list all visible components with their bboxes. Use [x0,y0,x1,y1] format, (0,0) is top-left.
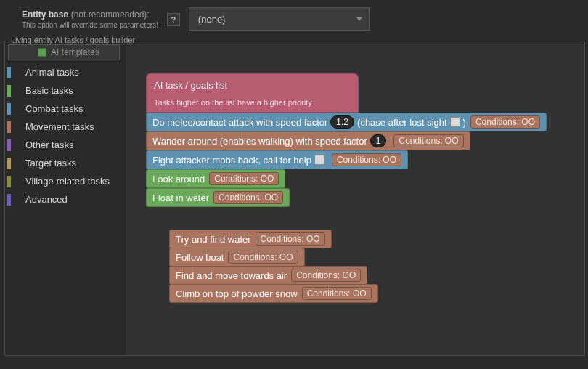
task-text: ) [463,117,466,128]
category-item[interactable]: Target tasks [5,154,123,172]
category-label: Combat tasks [25,103,83,114]
ai-templates-label: AI templates [51,47,99,57]
entity-base-sub: This option will override some parameter… [22,21,158,29]
task-block[interactable]: Climb on top of powder snowConditions: O… [169,284,378,303]
category-item[interactable]: Movement tasks [5,118,123,136]
task-block[interactable]: Try and find waterConditions: OO [169,230,332,248]
entity-base-section: Entity base (not recommended): This opti… [0,0,588,41]
category-item[interactable]: Advanced [5,190,123,208]
conditions-button[interactable]: Conditions: OO [228,251,298,264]
category-swatch [7,67,11,78]
ai-templates-button[interactable]: AI templates [8,44,120,60]
entity-base-note: (not recommended): [71,9,150,20]
task-block[interactable]: Fight attacker mobs back, call for helpC… [146,150,408,169]
checkbox[interactable] [450,117,460,127]
help-button[interactable]: ? [167,13,180,26]
task-text: (chase after lost sight [357,117,447,128]
checkbox[interactable] [314,155,324,165]
goals-header-title: AI task / goals list [154,80,351,91]
task-block[interactable]: Do melee/contact attack with speed facto… [146,113,547,131]
category-item[interactable]: Other tasks [5,136,123,154]
conditions-button[interactable]: Conditions: OO [209,172,279,185]
task-text: Find and move towards air [176,270,287,281]
category-swatch [7,194,11,206]
category-swatch [7,176,11,187]
speed-factor-input[interactable]: 1 [370,134,387,147]
entity-base-select-value: (none) [198,14,226,25]
task-block[interactable]: Find and move towards airConditions: OO [169,266,367,285]
conditions-button[interactable]: Conditions: OO [291,269,361,282]
conditions-button[interactable]: Conditions: OO [470,115,540,129]
task-block[interactable]: Float in waterConditions: OO [146,188,290,207]
speed-factor-input[interactable]: 1.2 [330,115,354,129]
task-text: Float in water [152,192,209,203]
task-block[interactable]: Wander around (enables walking) with spe… [146,131,470,150]
task-block[interactable]: Look aroundConditions: OO [146,169,285,188]
category-label: Target tasks [25,158,76,169]
category-label: Basic tasks [25,85,73,96]
task-text: Do melee/contact attack with speed facto… [152,117,327,128]
task-text: Climb on top of powder snow [176,288,298,299]
entity-base-select[interactable]: (none) [189,7,370,31]
conditions-button[interactable]: Conditions: OO [302,287,372,300]
chevron-down-icon [356,17,362,21]
category-swatch [7,139,11,151]
category-label: Village related tasks [25,176,110,187]
category-swatch [7,85,11,97]
category-item[interactable]: Village related tasks [5,172,123,190]
category-item[interactable]: Basic tasks [5,81,123,100]
category-label: Movement tasks [25,121,94,132]
goals-header-block[interactable]: AI task / goals list Tasks higher on the… [146,73,359,113]
builder-legend: Living entity AI tasks / goals builder [9,36,137,44]
category-label: Animal tasks [25,67,79,78]
goals-header-sub: Tasks higher on the list have a higher p… [154,98,351,107]
blocks-canvas[interactable]: AI task / goals list Tasks higher on the… [126,44,584,355]
task-text: Try and find water [176,234,251,245]
category-label: Other tasks [25,139,73,150]
conditions-button[interactable]: Conditions: OO [213,191,283,204]
templates-icon [38,48,46,57]
category-swatch [7,103,11,115]
category-label: Advanced [25,194,68,205]
task-text: Fight attacker mobs back, call for help [152,155,311,166]
conditions-button[interactable]: Conditions: OO [256,232,325,246]
conditions-button[interactable]: Conditions: OO [393,134,463,147]
entity-base-title: Entity base [22,9,68,20]
conditions-button[interactable]: Conditions: OO [332,153,401,166]
task-block[interactable]: Follow boatConditions: OO [169,248,305,267]
task-text: Wander around (enables walking) with spe… [152,136,367,147]
task-text: Look around [152,174,205,184]
category-item[interactable]: Combat tasks [5,100,123,118]
category-swatch [7,121,11,133]
category-item[interactable]: Animal tasks [5,63,123,81]
category-sidebar: AI templates Animal tasksBasic tasksComb… [5,44,123,355]
task-text: Follow boat [176,252,224,263]
category-swatch [7,158,11,169]
